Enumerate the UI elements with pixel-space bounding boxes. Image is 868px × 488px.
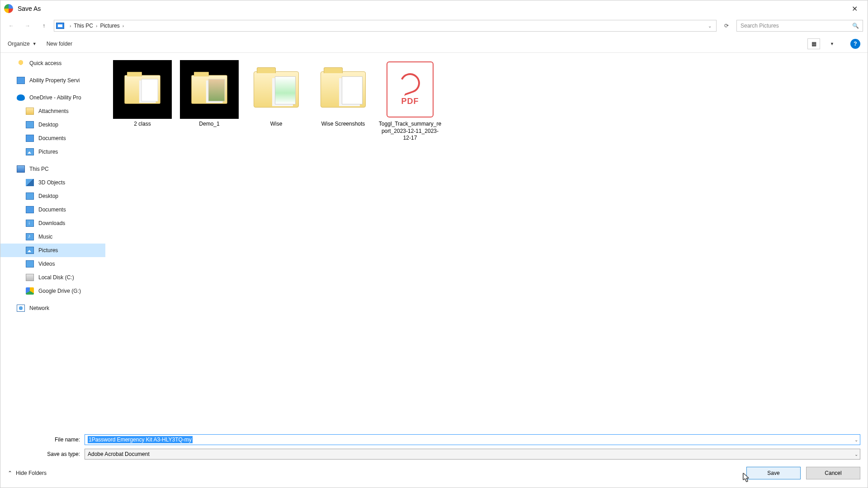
- videos-icon: [26, 260, 34, 267]
- folder-thumbnail-icon: [113, 60, 172, 119]
- monitor-icon: [17, 165, 25, 173]
- cloud-icon: [17, 94, 25, 101]
- up-button[interactable]: ↑: [38, 19, 50, 32]
- download-icon: [26, 220, 34, 227]
- folder-item[interactable]: Demo_1: [176, 58, 243, 144]
- save-form: File name: 1Password Emergency Kit A3-HL…: [0, 430, 868, 463]
- sidebar-desktop[interactable]: Desktop: [0, 189, 105, 203]
- close-button[interactable]: ✕: [844, 1, 865, 16]
- hide-folders-button[interactable]: ⌃ Hide Folders: [8, 470, 47, 476]
- address-row: ← → ↑ › This PC › Pictures › ⌄ ⟳ Search …: [0, 17, 868, 35]
- sidebar-music[interactable]: Music: [0, 230, 105, 244]
- pictures-icon: [26, 247, 34, 254]
- sidebar-documents[interactable]: Documents: [0, 203, 105, 216]
- sidebar-3d-objects[interactable]: 3D Objects: [0, 176, 105, 189]
- view-dropdown[interactable]: ▼: [830, 42, 834, 46]
- music-icon: [26, 233, 34, 240]
- folder-icon: [247, 60, 306, 119]
- save-button[interactable]: Save: [746, 467, 801, 479]
- sidebar-google-drive[interactable]: Google Drive (G:): [0, 284, 105, 298]
- chevron-down-icon: ▼: [33, 42, 37, 46]
- save-as-dialog: Save As ✕ ← → ↑ › This PC › Pictures › ⌄…: [0, 0, 868, 488]
- chevron-right-icon: ›: [123, 23, 124, 28]
- breadcrumb-this-pc[interactable]: This PC: [74, 23, 93, 29]
- sidebar-downloads[interactable]: Downloads: [0, 216, 105, 230]
- folder-item[interactable]: Wise: [243, 58, 310, 144]
- toolbar: Organize ▼ New folder ▦ ▼ ?: [0, 35, 868, 53]
- sidebar-od-attachments[interactable]: Attachments: [0, 104, 105, 118]
- file-item-pdf[interactable]: PDF Toggl_Track_summary_report_2023-12-1…: [377, 58, 443, 144]
- organize-button[interactable]: Organize ▼: [8, 41, 37, 47]
- documents-icon: [26, 135, 34, 142]
- documents-icon: [26, 206, 34, 213]
- sidebar-pictures[interactable]: Pictures: [0, 244, 105, 257]
- pdf-icon: PDF: [381, 60, 439, 119]
- cube-icon: [26, 179, 34, 186]
- forward-button[interactable]: →: [21, 19, 34, 32]
- sidebar-videos[interactable]: Videos: [0, 257, 105, 271]
- file-name-input[interactable]: 1Password Emergency Kit A3-HLY3TQ-my ⌄: [85, 434, 860, 445]
- app-icon: [4, 4, 13, 13]
- help-button[interactable]: ?: [850, 39, 860, 49]
- breadcrumb-dropdown[interactable]: ⌄: [705, 23, 714, 28]
- desktop-icon: [26, 121, 34, 128]
- sidebar-local-disk[interactable]: Local Disk (C:): [0, 271, 105, 284]
- save-type-select[interactable]: Adobe Acrobat Document ⌄: [85, 449, 860, 460]
- folder-icon: [314, 60, 373, 119]
- sidebar-od-documents[interactable]: Documents: [0, 131, 105, 145]
- search-placeholder: Search Pictures: [741, 23, 779, 29]
- drive-icon: [26, 274, 34, 281]
- folder-thumbnail-icon: [180, 60, 239, 119]
- star-icon: [17, 60, 25, 67]
- network-icon: [17, 305, 25, 312]
- sidebar-quick-access[interactable]: Quick access: [0, 56, 105, 70]
- sidebar-this-pc[interactable]: This PC: [0, 162, 105, 176]
- breadcrumb-current[interactable]: Pictures: [100, 23, 119, 29]
- navigation-pane: Quick access Ability Property Servi OneD…: [0, 53, 105, 430]
- window-title: Save As: [18, 5, 844, 12]
- new-folder-button[interactable]: New folder: [47, 41, 72, 47]
- chevron-right-icon: ›: [70, 23, 71, 28]
- sidebar-od-pictures[interactable]: Pictures: [0, 145, 105, 159]
- dialog-footer: ⌃ Hide Folders Save Cancel: [0, 463, 868, 488]
- search-icon: 🔍: [852, 23, 859, 29]
- search-input[interactable]: Search Pictures 🔍: [736, 20, 863, 32]
- sidebar-onedrive[interactable]: OneDrive - Ability Pro: [0, 91, 105, 104]
- sidebar-network[interactable]: Network: [0, 301, 105, 315]
- desktop-icon: [26, 192, 34, 200]
- refresh-button[interactable]: ⟳: [720, 19, 733, 32]
- location-icon: [56, 23, 64, 29]
- save-type-label: Save as type:: [8, 451, 85, 457]
- thumbnails-icon: ▦: [811, 41, 816, 47]
- sidebar-ability-property[interactable]: Ability Property Servi: [0, 74, 105, 87]
- google-drive-icon: [26, 287, 34, 295]
- folder-item[interactable]: Wise Screenshots: [310, 58, 377, 144]
- back-button[interactable]: ←: [5, 19, 18, 32]
- titlebar: Save As ✕: [0, 0, 868, 17]
- chevron-down-icon[interactable]: ⌄: [854, 437, 858, 442]
- file-list[interactable]: 2 class Demo_1 Wise Wise Screenshots: [105, 53, 868, 430]
- sidebar-od-desktop[interactable]: Desktop: [0, 118, 105, 131]
- chevron-down-icon[interactable]: ⌄: [854, 452, 858, 457]
- breadcrumb[interactable]: › This PC › Pictures › ⌄: [54, 20, 717, 32]
- chevron-right-icon: ›: [96, 23, 97, 28]
- folder-icon: [26, 108, 34, 115]
- main-area: Quick access Ability Property Servi OneD…: [0, 53, 868, 430]
- folder-item[interactable]: 2 class: [109, 58, 176, 144]
- pictures-icon: [26, 148, 34, 155]
- chevron-up-icon: ⌃: [8, 470, 12, 476]
- cancel-button[interactable]: Cancel: [806, 467, 860, 479]
- file-name-label: File name:: [8, 436, 85, 443]
- building-icon: [17, 77, 25, 84]
- view-mode-button[interactable]: ▦: [807, 38, 820, 49]
